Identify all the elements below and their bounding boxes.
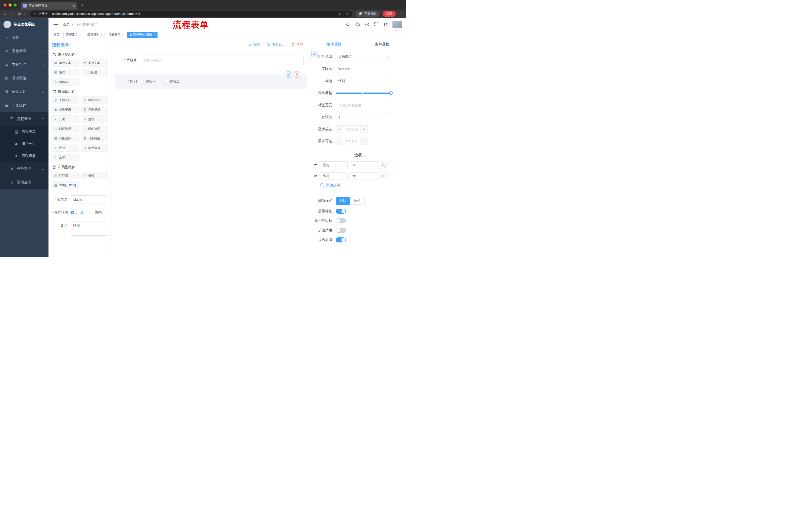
forward-icon[interactable]: → xyxy=(10,11,14,16)
hamburger-icon[interactable] xyxy=(53,22,59,27)
form-name-input[interactable] xyxy=(70,195,108,204)
palette-item-table[interactable]: ▦表格[开发中] xyxy=(52,181,79,189)
sidebar-item-process-model[interactable]: ➤ 流程模型 xyxy=(0,150,49,162)
link-icon[interactable] xyxy=(311,51,318,57)
palette-item-button[interactable]: ▢按钮 xyxy=(81,172,108,179)
help-icon[interactable]: ? xyxy=(365,22,369,27)
sidebar-item-infra[interactable]: ▤ 基础设施 xyxy=(0,72,49,85)
sidebar-item-process-mgmt[interactable]: ☰ 流程管理 xyxy=(0,112,49,126)
sidebar-item-task-mgmt[interactable]: ⋔ 任务管理 xyxy=(0,162,49,175)
remove-option-icon[interactable]: − xyxy=(382,174,387,178)
bookmark-star-icon[interactable]: ☆ xyxy=(345,12,349,16)
palette-item-cascader[interactable]: ⋔级联选择 xyxy=(81,96,108,104)
form-remark-input[interactable]: 嘿嘿 xyxy=(70,221,108,236)
tab-form-props[interactable]: 表单属性 xyxy=(358,39,406,49)
delete-item-button[interactable] xyxy=(294,71,300,78)
drag-handle-icon[interactable] xyxy=(314,163,318,167)
palette-item-upload[interactable]: ⇧上传 xyxy=(52,154,79,161)
palette-item-color-picker[interactable]: ⊛颜色选择 xyxy=(81,144,108,152)
palette-item-row-container[interactable]: ◫行容器 xyxy=(52,172,79,179)
plus-icon[interactable]: + xyxy=(360,126,368,133)
slider-track[interactable] xyxy=(336,92,391,94)
tag-close-icon[interactable]: × xyxy=(153,33,155,36)
gender-option-1[interactable]: 选项一 xyxy=(140,79,156,84)
component-type-select[interactable]: 多选框组 xyxy=(336,53,391,61)
update-button[interactable]: 更新 xyxy=(383,11,396,17)
sidebar-item-home[interactable]: ⌂ 首页 xyxy=(0,31,49,44)
sidebar-item-user-group[interactable]: ☻ 用户分组 xyxy=(0,138,49,150)
tag-close-icon[interactable]: × xyxy=(122,33,124,36)
address-bar[interactable]: ⚠ 不安全 dashboard.yudao.iocoder.cn/bpm/man… xyxy=(30,10,352,17)
gender-option-2[interactable]: 选项二 xyxy=(164,79,180,84)
grid-slider[interactable] xyxy=(336,89,391,97)
palette-item-date-range[interactable]: ▧日期范围 xyxy=(81,135,108,142)
canvas-field-phone[interactable]: *手机号 xyxy=(115,53,307,67)
palette-item-select[interactable]: ◎下拉选择 xyxy=(52,96,79,104)
minus-icon[interactable]: − xyxy=(336,137,343,144)
radio-closed[interactable]: 关闭 xyxy=(89,210,102,215)
label-width-input[interactable] xyxy=(336,101,391,109)
github-icon[interactable] xyxy=(355,22,360,27)
sidebar-item-payment[interactable]: ¥ 支付管理 xyxy=(0,58,49,72)
security-label[interactable]: 不安全 xyxy=(38,11,48,16)
copy-item-button[interactable] xyxy=(285,71,291,78)
min-select-input[interactable] xyxy=(343,126,360,133)
back-icon[interactable]: ← xyxy=(3,11,7,16)
minimize-window-button[interactable] xyxy=(8,3,11,6)
option-label-input[interactable] xyxy=(320,161,348,169)
palette-item-time-range[interactable]: ◶时间范围 xyxy=(81,125,108,133)
palette-item-date-picker[interactable]: ▦日期选择 xyxy=(52,135,79,142)
reload-icon[interactable]: ⟳ xyxy=(18,11,21,16)
tag-process-definition[interactable]: 流程定义 × xyxy=(63,32,83,38)
tag-home[interactable]: 首页 xyxy=(51,32,62,38)
tag-close-icon[interactable]: × xyxy=(100,33,102,36)
close-window-button[interactable] xyxy=(3,3,6,6)
sidebar-item-leave-query[interactable]: ☺ 请假查询 xyxy=(0,175,49,189)
home-icon[interactable]: ⌂ xyxy=(24,11,27,16)
new-tab-button[interactable]: + xyxy=(81,2,84,8)
url-text[interactable]: dashboard.yudao.iocoder.cn/bpm/manager/f… xyxy=(52,12,140,16)
palette-item-switch[interactable]: ◐开关 xyxy=(52,115,79,123)
palette-item-slider[interactable]: ⊸滑块 xyxy=(81,115,108,123)
sidebar-logo[interactable]: 芋道管理系统 xyxy=(0,18,49,31)
radio-open[interactable]: 开启 xyxy=(70,210,83,215)
checkbox-icon[interactable] xyxy=(140,80,143,83)
user-avatar[interactable] xyxy=(393,21,402,28)
title-input[interactable] xyxy=(336,77,391,85)
option-value-input[interactable] xyxy=(350,161,380,169)
fullscreen-icon[interactable] xyxy=(374,22,378,26)
palette-item-multi-text[interactable]: ▤多行文本 xyxy=(81,59,108,66)
tag-process-form[interactable]: 流程表单 × xyxy=(106,32,126,38)
browser-tab[interactable]: 芋道管理系统 × xyxy=(21,2,77,9)
palette-item-rate[interactable]: ☆评分 xyxy=(52,144,79,152)
zoom-window-button[interactable] xyxy=(13,3,17,6)
palette-item-counter[interactable]: 123计数器 xyxy=(81,69,108,76)
palette-item-radio-group[interactable]: ◉单选框组 xyxy=(52,106,79,113)
palette-item-password[interactable]: ▣密码 xyxy=(52,69,79,76)
field-name-input[interactable] xyxy=(336,65,391,73)
tag-process-model[interactable]: 流程模型 × xyxy=(85,32,105,38)
search-icon[interactable] xyxy=(346,22,350,27)
plus-icon[interactable]: + xyxy=(360,137,368,144)
canvas-field-gender[interactable]: *性别 选项一 选项二 xyxy=(115,75,307,89)
max-select-input[interactable] xyxy=(343,137,360,144)
sidebar-item-process-form[interactable]: ▤ 流程表单 xyxy=(0,126,49,138)
minus-icon[interactable]: − xyxy=(336,126,343,133)
tag-process-form-edit[interactable]: 流程表单-编辑 × xyxy=(127,32,157,38)
style-default-button[interactable]: 默认 xyxy=(336,197,350,205)
palette-item-single-text[interactable]: ▭单行文本 xyxy=(52,59,79,66)
browser-menu-icon[interactable]: ⋮ xyxy=(399,11,403,16)
key-icon[interactable] xyxy=(339,12,342,16)
font-size-icon[interactable]: TT xyxy=(383,22,387,27)
palette-item-checkbox-group[interactable]: ☑多选框组 xyxy=(81,106,108,113)
border-toggle[interactable] xyxy=(336,218,346,223)
option-value-input[interactable] xyxy=(350,172,380,180)
breadcrumb-home[interactable]: 首页 xyxy=(63,22,70,27)
tab-component-props[interactable]: 组件属性 xyxy=(310,39,358,49)
add-option-button[interactable]: + 添加选项 xyxy=(320,183,340,188)
required-toggle[interactable] xyxy=(336,237,346,242)
drag-handle-icon[interactable] xyxy=(314,174,318,178)
palette-item-time-picker[interactable]: ◷时间选择 xyxy=(52,125,79,133)
show-label-toggle[interactable] xyxy=(336,209,346,214)
default-value-input[interactable] xyxy=(336,113,391,121)
